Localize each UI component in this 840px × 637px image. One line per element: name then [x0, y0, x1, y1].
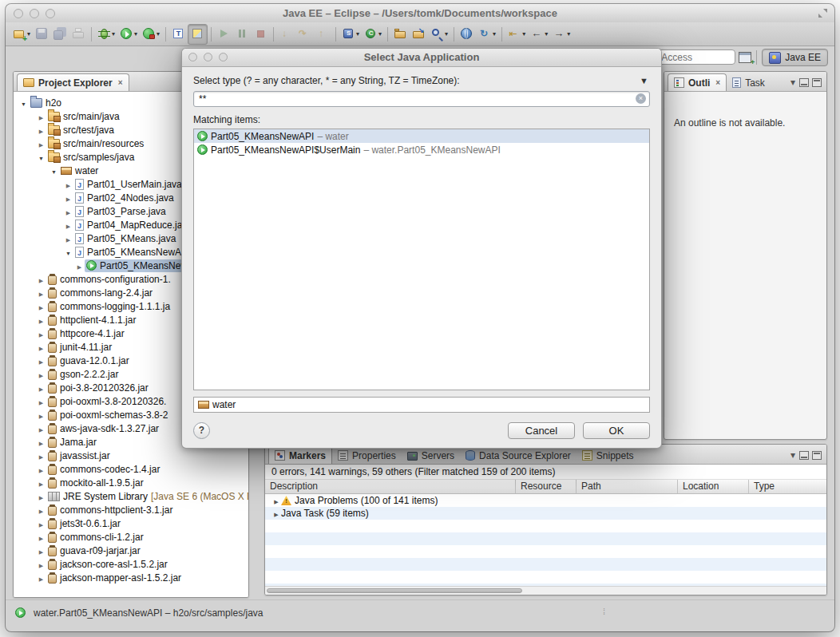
- column-header[interactable]: Resource: [516, 480, 577, 493]
- tab-snippets[interactable]: Snippets: [577, 447, 640, 464]
- fullscreen-icon[interactable]: [818, 9, 827, 18]
- tree-item[interactable]: guava-r09-jarjar.jar: [14, 544, 248, 557]
- expand-arrow-icon[interactable]: [36, 396, 46, 407]
- step-return-button[interactable]: [314, 25, 332, 44]
- tab-task[interactable]: Task: [727, 74, 771, 91]
- expand-arrow-icon[interactable]: [49, 165, 59, 176]
- mark-occurrences-toggle[interactable]: [188, 24, 208, 45]
- ok-button[interactable]: OK: [583, 422, 650, 439]
- new-wizard-button[interactable]: [10, 25, 33, 44]
- expand-arrow-icon[interactable]: [63, 179, 73, 190]
- expand-arrow-icon[interactable]: [36, 328, 46, 339]
- column-header[interactable]: Description: [265, 480, 516, 493]
- tree-item[interactable]: mockito-all-1.9.5.jar: [14, 476, 248, 489]
- expand-arrow-icon[interactable]: [36, 518, 46, 529]
- maximize-view-icon[interactable]: [812, 451, 822, 460]
- java-ee-perspective-button[interactable]: Java EE: [762, 49, 828, 66]
- window-titlebar[interactable]: Java EE – Eclipse – /Users/tomk/Document…: [6, 4, 834, 23]
- expand-arrow-icon[interactable]: [36, 301, 46, 312]
- expand-arrow-icon[interactable]: [18, 97, 29, 109]
- tab-data-source-explorer[interactable]: Data Source Explorer: [460, 447, 577, 464]
- view-menu-icon[interactable]: ▾: [788, 446, 798, 464]
- expand-arrow-icon[interactable]: [63, 192, 73, 204]
- tab-project-explorer[interactable]: Project Explorer ×: [17, 73, 129, 91]
- expand-arrow-icon[interactable]: [271, 508, 281, 519]
- back-button[interactable]: [528, 25, 550, 44]
- expand-arrow-icon[interactable]: [63, 206, 73, 217]
- tab-properties[interactable]: Properties: [332, 447, 402, 464]
- tree-item[interactable]: jackson-mapper-asl-1.5.2.jar: [14, 571, 248, 584]
- expand-arrow-icon[interactable]: [36, 369, 46, 380]
- expand-arrow-icon[interactable]: [36, 545, 46, 556]
- expand-arrow-icon[interactable]: [36, 315, 46, 326]
- expand-arrow-icon[interactable]: [36, 491, 46, 502]
- new-class-button[interactable]: [362, 25, 384, 44]
- tree-item[interactable]: commons-httpclient-3.1.jar: [14, 503, 248, 516]
- terminate-button[interactable]: [252, 25, 270, 44]
- dialog-titlebar[interactable]: Select Java Application: [182, 49, 661, 67]
- save-button[interactable]: [33, 25, 51, 44]
- view-menu-icon[interactable]: ▾: [788, 73, 798, 91]
- expand-arrow-icon[interactable]: [36, 464, 46, 475]
- dialog-close-button[interactable]: [188, 53, 197, 61]
- minimize-view-icon[interactable]: [799, 451, 809, 460]
- tab-outline[interactable]: Outli ×: [668, 73, 727, 91]
- help-button[interactable]: ?: [193, 422, 210, 439]
- expand-arrow-icon[interactable]: [63, 220, 73, 231]
- tree-item[interactable]: jets3t-0.6.1.jar: [14, 516, 248, 530]
- tree-item[interactable]: javassist.jar: [14, 449, 248, 462]
- expand-arrow-icon[interactable]: [36, 437, 46, 448]
- last-edit-location-button[interactable]: [505, 25, 528, 44]
- resume-button[interactable]: [215, 25, 233, 44]
- expand-arrow-icon[interactable]: [36, 423, 46, 434]
- maximize-view-icon[interactable]: [812, 78, 822, 87]
- new-servlet-button[interactable]: [339, 25, 362, 44]
- expand-arrow-icon[interactable]: [36, 355, 46, 366]
- expand-arrow-icon[interactable]: [36, 410, 46, 421]
- close-icon[interactable]: ×: [118, 78, 123, 87]
- expand-arrow-icon[interactable]: [271, 495, 281, 506]
- type-filter-input[interactable]: [193, 91, 650, 107]
- expand-arrow-icon[interactable]: [74, 260, 85, 271]
- expand-arrow-icon[interactable]: [36, 342, 46, 353]
- tree-item[interactable]: jackson-core-asl-1.5.2.jar: [14, 557, 248, 571]
- tree-item[interactable]: commons-cli-1.2.jar: [14, 530, 248, 544]
- column-header[interactable]: Path: [577, 480, 678, 493]
- matching-item[interactable]: Part05_KMeansNewAPI – water: [194, 129, 649, 143]
- open-resource-button[interactable]: [391, 25, 410, 44]
- column-header[interactable]: Type: [749, 480, 826, 493]
- dialog-menu-icon[interactable]: ▼: [638, 76, 650, 85]
- clear-icon[interactable]: ×: [636, 93, 646, 104]
- search-button[interactable]: [428, 25, 450, 44]
- dialog-zoom-button[interactable]: [219, 53, 228, 61]
- minimize-view-icon[interactable]: [799, 78, 809, 87]
- step-over-button[interactable]: [295, 25, 314, 44]
- external-tools-button[interactable]: [140, 25, 162, 44]
- horizontal-scrollbar[interactable]: [265, 586, 826, 595]
- open-perspective-icon[interactable]: [739, 52, 751, 63]
- expand-arrow-icon[interactable]: [36, 382, 46, 394]
- expand-arrow-icon[interactable]: [36, 111, 46, 122]
- zoom-button[interactable]: [46, 9, 55, 18]
- tree-item[interactable]: commons-codec-1.4.jar: [14, 462, 248, 476]
- suspend-button[interactable]: [233, 25, 252, 44]
- expand-arrow-icon[interactable]: [36, 504, 46, 516]
- expand-arrow-icon[interactable]: [36, 125, 46, 136]
- save-all-button[interactable]: [51, 25, 69, 44]
- scrollbar-thumb[interactable]: [267, 588, 522, 593]
- expand-arrow-icon[interactable]: [63, 233, 73, 244]
- expand-arrow-icon[interactable]: [36, 287, 46, 299]
- print-button[interactable]: [69, 25, 88, 44]
- expand-arrow-icon[interactable]: [36, 477, 46, 489]
- sync-button[interactable]: [476, 25, 498, 44]
- web-browser-button[interactable]: [458, 25, 476, 44]
- matching-item[interactable]: Part05_KMeansNewAPI$UserMain – water.Par…: [194, 143, 649, 156]
- expand-arrow-icon[interactable]: [36, 559, 46, 570]
- close-button[interactable]: [14, 9, 23, 18]
- expand-arrow-icon[interactable]: [63, 247, 73, 258]
- forward-button[interactable]: [550, 25, 573, 44]
- expand-arrow-icon[interactable]: [36, 274, 46, 285]
- run-button[interactable]: [117, 25, 140, 44]
- debug-button[interactable]: [95, 25, 117, 44]
- expand-arrow-icon[interactable]: [36, 138, 46, 149]
